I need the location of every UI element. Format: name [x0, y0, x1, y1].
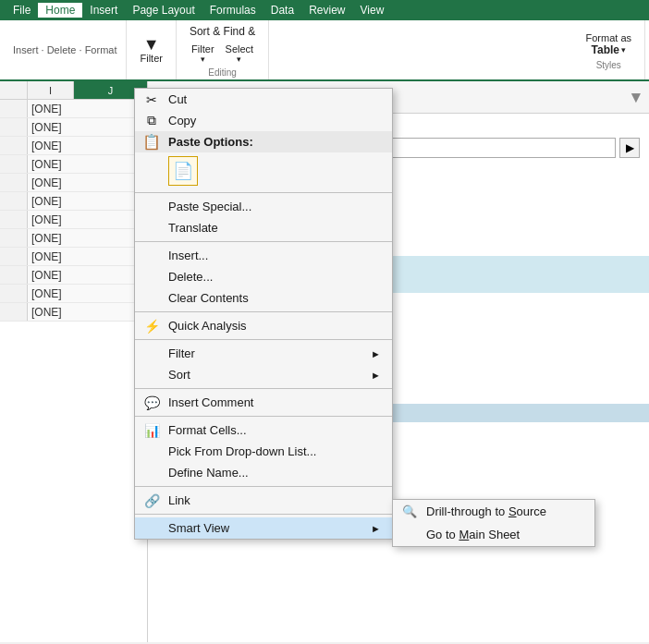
- select-label: Select: [226, 43, 254, 55]
- ribbon-tab-page-layout[interactable]: Page Layout: [125, 3, 202, 18]
- table-row: [ONE] -56492: [0, 155, 147, 174]
- fill-icon: ▼: [143, 36, 160, 53]
- insert-comment-label: Insert Comment: [168, 395, 253, 409]
- link-label: Link: [168, 493, 190, 507]
- ribbon-tab-bar: File Home Insert Page Layout Formulas Da…: [0, 0, 649, 20]
- separator: [135, 241, 392, 242]
- ribbon-tab-file[interactable]: File: [6, 3, 38, 18]
- context-define-name[interactable]: Define Name...: [135, 462, 392, 483]
- fill-button[interactable]: ▼ Filter: [136, 34, 165, 66]
- styles-label: Styles: [596, 60, 621, 70]
- select-dropdown-arrow: ▾: [237, 55, 241, 64]
- cell-i[interactable]: [ONE]: [28, 174, 148, 191]
- paste-icon-button[interactable]: 📄: [168, 156, 198, 186]
- context-delete[interactable]: Delete...: [135, 266, 392, 287]
- table-row: [ONE] -12313: [0, 266, 147, 285]
- context-cut[interactable]: ✂ Cut: [135, 89, 392, 110]
- col-i-header: I: [28, 81, 74, 99]
- table-row: [ONE] -32097: [0, 137, 147, 155]
- cell-i[interactable]: [ONE]: [28, 137, 148, 154]
- cell-i[interactable]: [ONE]: [28, 303, 148, 321]
- context-insert[interactable]: Insert...: [135, 245, 392, 266]
- format-as-table-button[interactable]: Format as Table ▾: [582, 30, 635, 58]
- context-sort[interactable]: Sort ►: [135, 364, 392, 385]
- table-row: [ONE] -17075: [0, 174, 147, 192]
- cell-i[interactable]: [ONE]: [28, 211, 148, 228]
- cell-i[interactable]: [ONE]: [28, 155, 148, 173]
- separator: [135, 311, 392, 312]
- fill-label: Filter: [140, 53, 162, 64]
- context-filter[interactable]: Filter ►: [135, 343, 392, 364]
- insert-delete-label: Insert · Delete · Format: [13, 44, 116, 55]
- translate-label: Translate: [168, 221, 218, 235]
- paste-icon-row: 📄: [135, 152, 392, 189]
- paste-header-icon: 📋: [142, 133, 161, 151]
- ribbon-tab-data[interactable]: Data: [263, 3, 301, 18]
- context-pick-from-dropdown[interactable]: Pick From Drop-down List...: [135, 441, 392, 462]
- filter-button[interactable]: Filter ▾: [188, 42, 217, 66]
- row-num-header: [0, 81, 28, 99]
- format-cells-icon: 📊: [142, 421, 161, 440]
- cell-i[interactable]: [ONE]: [28, 285, 148, 302]
- ribbon-tab-insert[interactable]: Insert: [82, 3, 125, 18]
- smart-view-arrow-icon: ►: [371, 523, 381, 534]
- table-dropdown-arrow: ▾: [621, 45, 626, 55]
- row-num: [0, 266, 28, 284]
- copy-icon: ⧉: [142, 112, 161, 130]
- filter-arrow-icon: ►: [371, 348, 381, 359]
- paste-special-label: Paste Special...: [168, 200, 251, 213]
- ribbon-group-insert-delete: Insert · Delete · Format: [4, 20, 127, 79]
- ribbon-tab-home[interactable]: Home: [38, 3, 82, 18]
- cell-i[interactable]: [ONE]: [28, 266, 148, 284]
- pick-from-dropdown-label: Pick From Drop-down List...: [168, 444, 316, 458]
- separator: [135, 388, 392, 389]
- select-button[interactable]: Select ▾: [222, 42, 258, 66]
- table-row: [ONE] -65508: [0, 118, 147, 137]
- ribbon-tab-view[interactable]: View: [353, 3, 392, 18]
- ribbon-home: Insert · Delete · Format ▼ Filter Sort &…: [0, 20, 649, 81]
- context-translate[interactable]: Translate: [135, 217, 392, 238]
- context-clear-contents[interactable]: Clear Contents: [135, 287, 392, 309]
- panel-search-button[interactable]: ▶: [619, 138, 640, 158]
- ribbon-tab-formulas[interactable]: Formulas: [202, 3, 263, 18]
- table-row: [ONE] -31937: [0, 100, 147, 118]
- context-copy[interactable]: ⧉ Copy: [135, 110, 392, 131]
- cell-i[interactable]: [ONE]: [28, 100, 148, 117]
- submenu-go-to-main-sheet[interactable]: Go to Main Sheet: [393, 523, 594, 546]
- row-num: [0, 155, 28, 173]
- paste-options-header: 📋 Paste Options:: [135, 131, 392, 152]
- row-num: [0, 303, 28, 321]
- table-label: Table: [592, 43, 619, 56]
- context-quick-analysis[interactable]: ⚡ Quick Analysis: [135, 315, 392, 336]
- cell-i[interactable]: [ONE]: [28, 248, 148, 265]
- ribbon-tab-review[interactable]: Review: [301, 3, 352, 18]
- table-row: [ONE] -13103: [0, 211, 147, 229]
- context-insert-comment[interactable]: 💬 Insert Comment: [135, 392, 392, 413]
- context-link[interactable]: 🔗 Link: [135, 490, 392, 511]
- cell-i[interactable]: [ONE]: [28, 192, 148, 210]
- panel-close-icon[interactable]: ▾: [631, 87, 640, 107]
- row-num: [0, 100, 28, 117]
- row-num: [0, 192, 28, 210]
- cell-i[interactable]: [ONE]: [28, 229, 148, 247]
- cell-i[interactable]: [ONE]: [28, 118, 148, 136]
- context-menu: ✂ Cut ⧉ Copy 📋 Paste Options: 📄 Paste Sp…: [134, 88, 393, 540]
- row-num: [0, 174, 28, 191]
- drill-through-source-label: Drill-through to Source: [426, 504, 546, 518]
- context-format-cells[interactable]: 📊 Format Cells...: [135, 419, 392, 441]
- row-num: [0, 137, 28, 154]
- sort-find-button[interactable]: Sort & Find &: [186, 23, 259, 40]
- context-smart-view[interactable]: Smart View ►: [135, 517, 392, 539]
- separator: [135, 416, 392, 417]
- row-num: [0, 118, 28, 136]
- quick-analysis-label: Quick Analysis: [168, 319, 247, 333]
- filter-label: Filter: [168, 346, 195, 360]
- context-paste-special[interactable]: Paste Special...: [135, 196, 392, 217]
- insert-comment-icon: 💬: [142, 394, 161, 412]
- table-row: [ONE] -60033: [0, 248, 147, 266]
- sort-arrow-icon: ►: [371, 370, 381, 381]
- separator: [135, 514, 392, 515]
- submenu-drill-through-source[interactable]: 🔍 Drill-through to Source: [393, 500, 594, 523]
- ribbon-group-format: Format as Table ▾ Styles: [572, 20, 645, 79]
- source-underline: S: [508, 504, 517, 518]
